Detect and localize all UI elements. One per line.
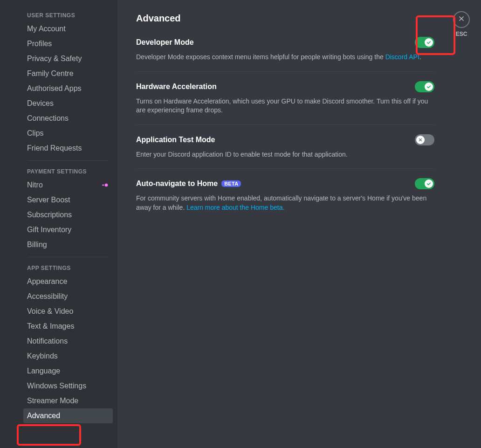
setting-title: Application Test Mode: [136, 136, 215, 144]
sidebar-item-clips[interactable]: Clips: [23, 126, 113, 141]
setting-link[interactable]: Learn more about the Home beta.: [186, 204, 284, 211]
close-label: ESC: [453, 31, 470, 37]
sidebar-item-label: My Account: [27, 25, 66, 33]
setting-header: Hardware Acceleration: [136, 81, 434, 92]
sidebar-divider: [27, 160, 109, 161]
sidebar-item-nitro[interactable]: Nitro: [23, 178, 113, 193]
sidebar-item-profiles[interactable]: Profiles: [23, 36, 113, 51]
x-icon: [416, 136, 425, 144]
setting-description: Turns on Hardware Acceleration, which us…: [136, 97, 434, 115]
sidebar-item-label: Connections: [27, 114, 69, 123]
sidebar-item-label: Subscriptions: [27, 211, 72, 219]
setting-description: Enter your Discord application ID to ena…: [136, 150, 434, 159]
sidebar-item-label: Gift Inventory: [27, 226, 71, 234]
sidebar-heading-payment-settings: PAYMENT SETTINGS: [23, 165, 113, 178]
sidebar-item-label: Windows Settings: [27, 382, 86, 390]
sidebar-item-label: Server Boost: [27, 196, 70, 204]
sidebar-item-text-images[interactable]: Text & Images: [23, 319, 113, 334]
sidebar-item-label: Nitro: [27, 181, 43, 189]
toggle-auto-home[interactable]: [415, 178, 434, 189]
sidebar-item-label: Authorised Apps: [27, 84, 82, 93]
check-icon: [425, 83, 433, 91]
setting-link[interactable]: Discord API: [385, 53, 419, 61]
sidebar-item-privacy-safety[interactable]: Privacy & Safety: [23, 51, 113, 66]
sidebar-item-windows-settings[interactable]: Windows Settings: [23, 379, 113, 393]
sidebar-item-server-boost[interactable]: Server Boost: [23, 193, 113, 207]
setting-header: Auto-navigate to HomeBETA: [136, 178, 434, 189]
sidebar-item-streamer-mode[interactable]: Streamer Mode: [23, 393, 113, 408]
sidebar-item-language[interactable]: Language: [23, 364, 113, 379]
sidebar-heading-app-settings: APP SETTINGS: [23, 262, 113, 274]
svg-rect-1: [102, 185, 104, 186]
setting-title: Auto-navigate to HomeBETA: [136, 179, 241, 188]
sidebar-item-notifications[interactable]: Notifications: [23, 334, 113, 349]
sidebar-item-label: Streamer Mode: [27, 397, 78, 405]
sidebar-item-label: Family Centre: [27, 69, 74, 78]
sidebar-item-accessibility[interactable]: Accessibility: [23, 289, 113, 304]
sidebar-item-devices[interactable]: Devices: [23, 96, 113, 111]
sidebar-item-label: Text & Images: [27, 322, 74, 331]
sidebar-item-label: Clips: [27, 129, 44, 138]
toggle-hardware-accel[interactable]: [415, 81, 434, 92]
sidebar-item-label: Profiles: [27, 40, 52, 48]
sidebar-item-label: Voice & Video: [27, 307, 73, 316]
setting-app-test-mode: Application Test ModeEnter your Discord …: [136, 134, 434, 169]
setting-auto-home: Auto-navigate to HomeBETAFor community s…: [136, 178, 434, 221]
sidebar-item-voice-video[interactable]: Voice & Video: [23, 304, 113, 319]
beta-badge: BETA: [221, 180, 241, 187]
setting-header: Developer Mode: [136, 37, 434, 48]
sidebar-item-billing[interactable]: Billing: [23, 237, 113, 252]
page-title: Advanced: [136, 13, 434, 24]
sidebar-item-label: Language: [27, 367, 60, 375]
sidebar-item-label: Notifications: [27, 337, 68, 345]
sidebar-item-label: Appearance: [27, 277, 67, 286]
sidebar-item-advanced[interactable]: Advanced: [23, 408, 113, 423]
close-button[interactable]: [453, 11, 470, 28]
sidebar-item-label: Devices: [27, 99, 54, 108]
sidebar-item-my-account[interactable]: My Account: [23, 21, 113, 36]
sidebar-item-keybinds[interactable]: Keybinds: [23, 349, 113, 364]
settings-content: Advanced Developer ModeDeveloper Mode ex…: [117, 0, 453, 448]
sidebar-item-label: Billing: [27, 241, 47, 249]
close-column: ESC: [453, 0, 481, 448]
sidebar-item-family-centre[interactable]: Family Centre: [23, 66, 113, 81]
nitro-icon: [102, 181, 109, 189]
svg-point-0: [105, 184, 108, 187]
sidebar-heading-user-settings: USER SETTINGS: [23, 9, 113, 21]
setting-developer-mode: Developer ModeDeveloper Mode exposes con…: [136, 37, 434, 72]
check-icon: [425, 38, 433, 47]
setting-hardware-accel: Hardware AccelerationTurns on Hardware A…: [136, 81, 434, 125]
toggle-developer-mode[interactable]: [415, 37, 434, 48]
sidebar-item-gift-inventory[interactable]: Gift Inventory: [23, 222, 113, 237]
sidebar-item-label: Keybinds: [27, 352, 58, 360]
setting-header: Application Test Mode: [136, 134, 434, 145]
sidebar-item-subscriptions[interactable]: Subscriptions: [23, 207, 113, 222]
close-icon: [458, 15, 465, 24]
sidebar-divider: [27, 257, 109, 257]
sidebar-item-label: Privacy & Safety: [27, 55, 82, 63]
check-icon: [425, 179, 433, 188]
toggle-app-test-mode[interactable]: [415, 134, 434, 145]
setting-title: Hardware Acceleration: [136, 83, 217, 91]
settings-sidebar: USER SETTINGSMy AccountProfilesPrivacy &…: [0, 0, 117, 448]
setting-description: For community servers with Home enabled,…: [136, 194, 434, 212]
sidebar-item-label: Accessibility: [27, 292, 68, 301]
sidebar-item-connections[interactable]: Connections: [23, 111, 113, 126]
sidebar-item-label: Friend Requests: [27, 144, 82, 152]
sidebar-item-appearance[interactable]: Appearance: [23, 274, 113, 289]
sidebar-item-label: Advanced: [27, 412, 60, 420]
sidebar-item-authorised-apps[interactable]: Authorised Apps: [23, 81, 113, 96]
setting-description: Developer Mode exposes context menu item…: [136, 53, 434, 62]
sidebar-item-friend-requests[interactable]: Friend Requests: [23, 141, 113, 156]
setting-title: Developer Mode: [136, 38, 194, 47]
